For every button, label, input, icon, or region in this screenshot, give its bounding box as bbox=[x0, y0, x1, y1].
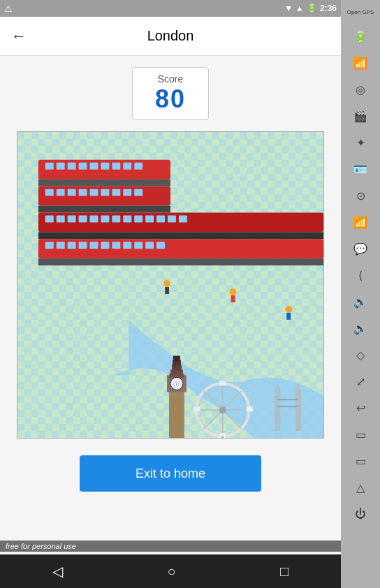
vol-down-side-icon[interactable]: 🔉 bbox=[346, 316, 374, 341]
svg-rect-12 bbox=[112, 163, 120, 170]
svg-rect-11 bbox=[101, 163, 109, 170]
page-title: London bbox=[147, 28, 194, 44]
svg-rect-31 bbox=[79, 215, 87, 222]
game-canvas: 🕑 bbox=[17, 131, 324, 439]
svg-rect-58 bbox=[172, 365, 182, 370]
settings-side-icon[interactable]: ⊙ bbox=[346, 183, 374, 208]
svg-rect-73 bbox=[247, 406, 254, 411]
wifi-side-icon[interactable]: 📶 bbox=[346, 50, 374, 75]
content-area: Score 80 bbox=[0, 56, 341, 588]
svg-point-83 bbox=[230, 288, 237, 295]
svg-rect-7 bbox=[57, 163, 65, 170]
svg-rect-23 bbox=[112, 189, 120, 196]
nav-home-button[interactable]: ○ bbox=[156, 561, 187, 582]
back-button[interactable]: ← bbox=[11, 24, 32, 48]
svg-rect-44 bbox=[57, 242, 65, 249]
time-display: 2:36 bbox=[320, 3, 337, 13]
svg-rect-50 bbox=[123, 242, 131, 249]
svg-rect-51 bbox=[134, 242, 142, 249]
svg-rect-36 bbox=[134, 215, 142, 222]
svg-rect-10 bbox=[90, 163, 98, 170]
svg-rect-48 bbox=[101, 242, 109, 249]
signal-side-icon[interactable]: 📶 bbox=[346, 210, 374, 235]
svg-text:🕑: 🕑 bbox=[173, 381, 180, 388]
eraser-side-icon[interactable]: ◇ bbox=[346, 342, 374, 367]
svg-rect-16 bbox=[38, 206, 170, 213]
battery-icon: 🔋 bbox=[307, 3, 317, 13]
score-box: Score 80 bbox=[132, 67, 209, 120]
svg-rect-45 bbox=[68, 242, 76, 249]
svg-rect-19 bbox=[68, 189, 76, 196]
app-header: ← London bbox=[0, 17, 341, 56]
power-side-icon[interactable]: ⏻ bbox=[346, 501, 374, 527]
battery-side-icon[interactable]: 🔋 bbox=[346, 24, 374, 49]
app-container: ← London Score 80 bbox=[0, 17, 341, 588]
svg-rect-13 bbox=[123, 163, 131, 170]
svg-rect-34 bbox=[112, 215, 120, 222]
svg-rect-46 bbox=[79, 242, 87, 249]
svg-rect-60 bbox=[173, 356, 180, 362]
svg-rect-20 bbox=[79, 189, 87, 196]
svg-rect-57 bbox=[170, 369, 183, 375]
svg-rect-52 bbox=[145, 242, 154, 249]
svg-rect-24 bbox=[123, 189, 131, 196]
svg-rect-39 bbox=[168, 215, 176, 222]
svg-rect-88 bbox=[286, 313, 291, 320]
home-side-icon[interactable]: △ bbox=[346, 475, 374, 500]
status-bar: ⚠ ▼ ▲ 🔋 2:36 bbox=[0, 0, 341, 17]
exit-to-home-button[interactable]: Exit to home bbox=[80, 455, 261, 492]
score-value: 80 bbox=[155, 84, 186, 114]
svg-rect-5 bbox=[38, 179, 170, 186]
side-panel: Open GPS 🔋 📶 ◎ 🎬 ✦ 🪪 ⊙ 📶 💬 ⟨ 🔊 🔉 ◇ ⤢ ↩ ▭… bbox=[341, 0, 380, 588]
chat-side-icon[interactable]: 💬 bbox=[346, 236, 374, 261]
svg-rect-32 bbox=[90, 215, 98, 222]
svg-rect-72 bbox=[193, 406, 200, 411]
svg-rect-29 bbox=[57, 215, 65, 222]
svg-rect-21 bbox=[90, 189, 98, 196]
svg-rect-54 bbox=[169, 389, 184, 438]
vol-up-side-icon[interactable]: 🔊 bbox=[346, 289, 374, 314]
nav-back-button[interactable]: ◁ bbox=[41, 560, 74, 582]
svg-point-81 bbox=[163, 280, 170, 287]
svg-rect-37 bbox=[145, 215, 154, 222]
wifi-icon: ▼ bbox=[284, 3, 293, 13]
open-gps-label: Open GPS bbox=[346, 3, 374, 22]
svg-rect-40 bbox=[179, 215, 187, 222]
svg-rect-27 bbox=[38, 232, 323, 239]
svg-rect-22 bbox=[101, 189, 109, 196]
svg-rect-6 bbox=[45, 163, 54, 170]
svg-rect-14 bbox=[134, 163, 142, 170]
video-side-icon[interactable]: 🎬 bbox=[346, 103, 374, 128]
svg-rect-28 bbox=[45, 215, 54, 222]
svg-rect-75 bbox=[275, 389, 280, 431]
expand-side-icon[interactable]: ⤢ bbox=[346, 369, 374, 394]
move-side-icon[interactable]: ✦ bbox=[346, 130, 374, 155]
share-side-icon[interactable]: ⟨ bbox=[346, 263, 374, 288]
svg-point-69 bbox=[219, 406, 226, 413]
nav-recent-button[interactable]: □ bbox=[269, 561, 300, 582]
svg-rect-84 bbox=[231, 295, 235, 302]
svg-rect-53 bbox=[156, 242, 165, 249]
score-label: Score bbox=[155, 73, 186, 84]
svg-rect-9 bbox=[79, 163, 87, 170]
svg-rect-25 bbox=[134, 189, 142, 196]
svg-point-87 bbox=[285, 306, 292, 313]
svg-rect-82 bbox=[165, 287, 169, 294]
watermark: free for personal use bbox=[0, 541, 341, 552]
svg-rect-35 bbox=[123, 215, 131, 222]
svg-rect-33 bbox=[101, 215, 109, 222]
camera-side-icon[interactable]: ◎ bbox=[346, 77, 374, 102]
recent-side-icon[interactable]: ▭ bbox=[346, 448, 374, 473]
warning-icon: ⚠ bbox=[4, 3, 13, 14]
bottom-navigation: ◁ ○ □ bbox=[0, 554, 341, 588]
svg-rect-17 bbox=[45, 189, 54, 196]
svg-rect-47 bbox=[90, 242, 98, 249]
svg-rect-49 bbox=[112, 242, 120, 249]
signal-icon: ▲ bbox=[295, 3, 304, 13]
back-side-icon[interactable]: ↩ bbox=[346, 395, 374, 420]
svg-rect-42 bbox=[38, 258, 323, 265]
svg-rect-30 bbox=[68, 215, 76, 222]
svg-rect-8 bbox=[68, 163, 76, 170]
overview-side-icon[interactable]: ▭ bbox=[346, 422, 374, 447]
id-side-icon[interactable]: 🪪 bbox=[346, 156, 374, 182]
